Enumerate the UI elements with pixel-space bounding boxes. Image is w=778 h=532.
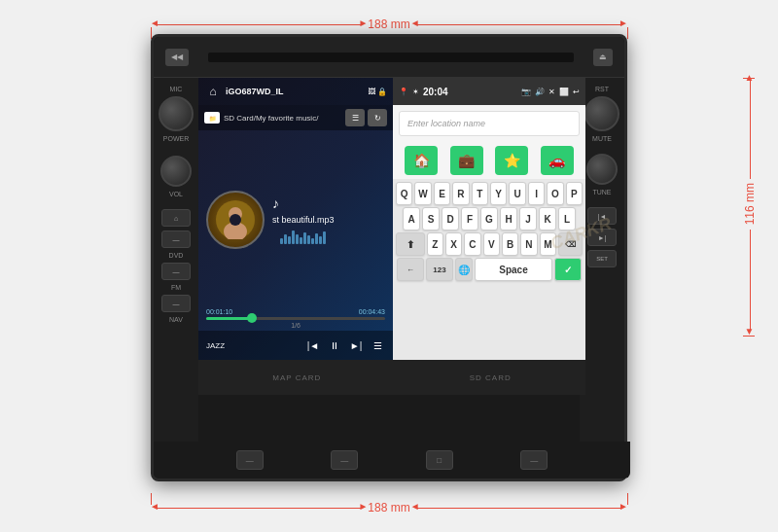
- track-info: 1/6: [198, 320, 393, 331]
- backspace-key[interactable]: ⌫: [558, 232, 583, 256]
- wave-bar-5: [296, 234, 299, 244]
- key-w[interactable]: W: [414, 182, 431, 205]
- key-x[interactable]: X: [445, 232, 462, 256]
- globe-key[interactable]: 🌐: [455, 258, 473, 281]
- key-m[interactable]: M: [540, 232, 556, 256]
- key-n[interactable]: N: [520, 232, 537, 256]
- svg-point-1: [229, 207, 242, 221]
- nav-time: 20:04: [423, 87, 448, 97]
- dim-bottom: 188 mm: [156, 501, 622, 514]
- key-a[interactable]: A: [403, 207, 420, 231]
- speaker-icon: 🔊: [535, 88, 545, 96]
- dim-top-line: [156, 24, 362, 25]
- prev-track-ctrl[interactable]: |◄: [305, 340, 321, 351]
- bottom-btn-1[interactable]: —: [236, 450, 264, 470]
- num-key[interactable]: 123: [426, 258, 453, 281]
- favorites-shortcut[interactable]: ⭐: [495, 146, 528, 175]
- location-input[interactable]: Enter location name: [399, 111, 580, 136]
- eject-button[interactable]: ⏏: [593, 49, 613, 66]
- lock-icon: 🔒: [377, 88, 387, 96]
- pause-ctrl[interactable]: ⏸: [327, 340, 342, 351]
- key-t[interactable]: T: [472, 182, 488, 205]
- player-controls: JAZZ |◄ ⏸ ►| ☰: [198, 331, 393, 360]
- car-shortcut[interactable]: 🚗: [541, 146, 574, 175]
- set-button[interactable]: SET: [587, 250, 617, 267]
- top-panel: ◀◀ ⏏: [154, 37, 624, 78]
- keyboard-row-3: ⬆ Z X C V B N M ⌫: [396, 232, 583, 256]
- key-j[interactable]: J: [519, 207, 537, 231]
- back-icon: ↩: [573, 88, 580, 96]
- key-z[interactable]: Z: [427, 232, 443, 256]
- home-shortcut[interactable]: 🏠: [405, 146, 438, 175]
- wave-bar-10: [315, 233, 318, 244]
- home-button-left[interactable]: ⌂: [161, 209, 191, 227]
- key-r[interactable]: R: [452, 182, 469, 205]
- key-f[interactable]: F: [461, 207, 478, 231]
- wave-bar-6: [300, 237, 302, 244]
- nav-status-bar: 📍 ✶ 20:04 📷 🔊 ✕ ⬜ ↩: [393, 78, 585, 105]
- vol-knob[interactable]: [160, 156, 192, 187]
- bottom-btn-2[interactable]: —: [331, 450, 358, 470]
- wave-bar-9: [311, 238, 314, 244]
- key-g[interactable]: G: [480, 207, 498, 231]
- side-btn-1[interactable]: —: [161, 231, 191, 248]
- bottom-btn-4[interactable]: —: [520, 450, 548, 470]
- key-l[interactable]: L: [558, 207, 576, 231]
- key-k[interactable]: K: [539, 207, 556, 231]
- back-arrow-key[interactable]: ←: [397, 258, 424, 281]
- key-u[interactable]: U: [509, 182, 525, 205]
- mute-label: MUTE: [592, 135, 612, 142]
- next-button-right[interactable]: ►|: [587, 229, 617, 246]
- wave-bar-8: [307, 235, 310, 244]
- wave-bar-3: [288, 236, 291, 244]
- space-key[interactable]: Space: [475, 258, 552, 281]
- key-b[interactable]: B: [502, 232, 518, 256]
- key-d[interactable]: D: [442, 207, 459, 231]
- key-c[interactable]: C: [464, 232, 480, 256]
- key-q[interactable]: Q: [396, 182, 412, 205]
- album-art-image: [216, 200, 255, 239]
- key-e[interactable]: E: [434, 182, 450, 205]
- diagram-container: 188 mm 188 mm 116 mm ◀◀ ⏏ MIC POWER VOL: [0, 0, 778, 532]
- home-icon[interactable]: ⌂: [204, 83, 222, 100]
- rst-label: RST: [595, 86, 609, 92]
- side-buttons-right: RST MUTE TUNE |◄ ►| SET: [580, 78, 624, 443]
- bottom-btn-3[interactable]: □: [426, 450, 453, 470]
- nav-shortcuts: 🏠 💼 ⭐ 🚗: [393, 142, 585, 179]
- key-v[interactable]: V: [483, 232, 500, 256]
- key-i[interactable]: I: [528, 182, 545, 205]
- right-knob[interactable]: [586, 154, 618, 185]
- playlist-ctrl[interactable]: ☰: [370, 340, 385, 351]
- power-knob[interactable]: [159, 96, 194, 131]
- side-btn-3[interactable]: —: [161, 295, 191, 312]
- tune-label: TUNE: [592, 189, 611, 195]
- dim-top-line2: [416, 24, 622, 25]
- svg-point-3: [231, 216, 239, 224]
- work-shortcut[interactable]: 💼: [450, 146, 483, 175]
- enter-key[interactable]: ✓: [554, 258, 582, 281]
- power-label: POWER: [163, 135, 189, 142]
- key-y[interactable]: Y: [490, 182, 507, 205]
- dim-right-label: 116 mm: [743, 179, 757, 229]
- music-panel: ⌂ iGO687WD_IL 🖼 🔒 📁 SD Card/My favorite …: [198, 78, 393, 360]
- shift-key[interactable]: ⬆: [396, 232, 425, 256]
- list-btn[interactable]: ☰: [345, 109, 365, 126]
- key-o[interactable]: O: [547, 182, 563, 205]
- prev-button-right[interactable]: |◄: [587, 207, 617, 225]
- dim-tick-top-right: [627, 27, 628, 39]
- keyboard-row-2: A S D F G H J K L: [396, 207, 583, 231]
- key-s[interactable]: S: [422, 207, 440, 231]
- next-track-ctrl[interactable]: ►|: [348, 340, 364, 351]
- tune-knob[interactable]: [584, 96, 619, 131]
- dim-bottom-label: 188 mm: [362, 501, 415, 514]
- progress-fill: [206, 317, 253, 320]
- key-p[interactable]: P: [566, 182, 583, 205]
- refresh-btn[interactable]: ↻: [368, 109, 387, 126]
- progress-track[interactable]: [206, 317, 385, 320]
- prev-track-button[interactable]: ◀◀: [165, 49, 189, 66]
- minimize-icon: ⬜: [559, 88, 569, 96]
- side-btn-2[interactable]: —: [161, 263, 191, 280]
- key-h[interactable]: H: [500, 207, 517, 231]
- genre-label: JAZZ: [206, 341, 300, 350]
- keyboard-row-1: Q W E R T Y U I O P: [396, 182, 583, 205]
